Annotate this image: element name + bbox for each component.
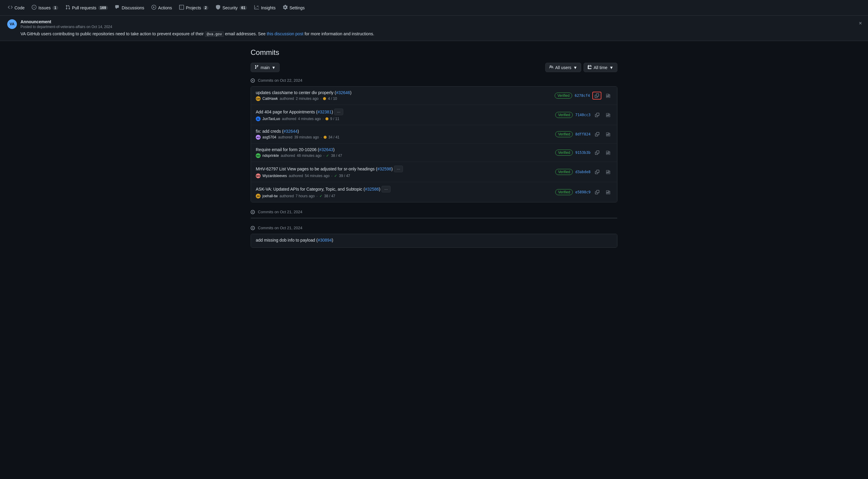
announcement-code: @va.gov [205,31,224,37]
nav-label-discussions: Discussions [122,5,145,10]
commit-author-verb: authored [281,153,295,158]
copy-hash-button[interactable] [592,92,601,99]
nav-item-settings[interactable]: Settings [280,3,308,12]
commit-hash[interactable]: d3abde8 [575,170,591,174]
commit-checks-ratio: 38 / 47 [324,194,335,198]
top-nav: Code Issues 1 Pull requests 169 Discussi… [0,0,868,16]
branch-selector[interactable]: main ▼ [251,63,280,72]
commit-title: Require email for form 20-10206 (#32643) [256,147,552,152]
announcement-content: Announcement Posted to department-of-vet… [21,19,861,37]
commit-author-link[interactable]: joehall-tw [262,194,278,198]
nav-item-security[interactable]: Security 61 [213,3,250,12]
ci-check-green: ✓ [319,194,322,198]
settings-icon [283,5,288,10]
nav-item-code[interactable]: Code [5,3,27,12]
copy-hash-button[interactable] [593,149,601,156]
commit-time: 39 minutes ago [294,135,319,139]
verified-badge: Verified [555,189,573,195]
browse-files-button[interactable] [604,188,612,196]
commit-pr-link[interactable]: #32381 [318,110,332,114]
nav-item-insights[interactable]: Insights [251,3,278,12]
commit-pr-link[interactable]: #32643 [319,147,333,152]
commit-hash[interactable]: 8dff824 [575,132,591,136]
verified-badge: Verified [555,169,573,175]
security-icon [216,5,220,10]
author-avatar: AS [256,135,260,140]
commit-right: Verified d3abde8 [555,168,612,176]
commit-hash[interactable]: 9153b3b [575,151,591,155]
all-time-filter[interactable]: All time ▼ [584,63,617,72]
commit-info: MHV-62797 List View pages to be adjusted… [256,166,552,178]
branch-icon [254,65,259,70]
pull-requests-icon [65,5,70,10]
announcement-text-before: VA GitHub users contributing to public r… [21,31,205,36]
commit-author-link[interactable]: ndsprinkle [262,153,279,158]
commit-author-link[interactable]: CaitHawk [262,96,278,101]
commit-time: 4 minutes ago [298,117,320,121]
commit-pr-link[interactable]: #32598 [377,167,392,171]
nav-label-code: Code [14,5,25,10]
commits-dot-icon [251,79,255,83]
commits-date-header-oct21: Commits on Oct 21, 2024 [251,226,617,230]
commits-dot-icon-oct21 [251,226,255,230]
copy-hash-button[interactable] [593,130,601,138]
nav-item-discussions[interactable]: Discussions [112,3,148,12]
nav-label-pull-requests: Pull requests [72,5,96,10]
commit-expand-button[interactable]: ··· [334,109,343,115]
commit-author-verb: authored [278,135,292,139]
browse-files-button[interactable] [604,149,612,156]
commit-hash[interactable]: 7140cc3 [575,113,591,117]
commit-author-link[interactable]: JunTaoLuo [262,117,280,121]
nav-label-projects: Projects [186,5,201,10]
author-avatar: NS [256,153,260,158]
commit-hash[interactable]: 6278cf4 [575,93,590,98]
commit-checks-ratio: 9 / 11 [330,117,339,121]
nav-item-pull-requests[interactable]: Pull requests 169 [62,3,111,12]
issues-badge: 1 [53,6,58,10]
browse-files-button[interactable] [604,130,612,138]
commit-time: 54 minutes ago [305,174,330,178]
insights-icon [254,5,259,10]
commits-dot-icon [251,210,255,214]
commit-pr-link[interactable]: #32644 [283,129,298,133]
commit-item: ASK-VA: Updated APIs for Category, Topic… [251,182,617,202]
commit-pr-link[interactable]: #32586 [365,187,379,191]
author-avatar: JH [256,193,260,199]
browse-files-button[interactable] [604,111,612,119]
commit-meta: AS asg5704 authored 39 minutes ago · 34 … [256,135,552,140]
projects-badge: 2 [203,6,209,10]
nav-item-issues[interactable]: Issues 1 [29,3,61,12]
commit-expand-button[interactable]: ··· [394,166,403,172]
announcement-link[interactable]: this discussion post [267,31,303,36]
author-avatar: WS [256,174,260,178]
commit-pr-link-partial[interactable]: #30894 [318,238,332,242]
nav-item-projects[interactable]: Projects 2 [176,3,211,12]
copy-hash-button[interactable] [593,168,601,176]
author-avatar: CH [256,96,260,101]
copy-hash-button[interactable] [593,111,601,119]
commit-checks-ratio: 39 / 47 [339,174,350,178]
branch-chevron-icon: ▼ [272,65,276,70]
commit-title: ASK-VA: Updated APIs for Category, Topic… [256,186,552,192]
commit-pr-link[interactable]: #32646 [336,90,350,95]
security-badge: 61 [240,6,247,10]
announcement-close-button[interactable]: × [858,19,863,27]
commit-title: MHV-62797 List View pages to be adjusted… [256,166,552,172]
copy-hash-button[interactable] [593,188,601,196]
commit-author-link[interactable]: Wyzardsleeves [262,174,287,178]
commit-right: Verified 9153b3b [555,149,612,156]
all-users-filter[interactable]: All users ▼ [545,63,582,72]
browse-files-button[interactable] [604,92,612,99]
nav-label-actions: Actions [158,5,172,10]
nav-item-actions[interactable]: Actions [148,3,175,12]
browse-files-button[interactable] [604,168,612,176]
commit-right: Verified e5898c9 [555,188,612,196]
all-users-chevron-icon: ▼ [573,65,577,70]
commit-info: ASK-VA: Updated APIs for Category, Topic… [256,186,552,199]
commit-expand-button[interactable]: ··· [381,186,391,192]
commit-hash[interactable]: e5898c9 [575,190,591,194]
commit-dot-separator: · [320,96,321,101]
commit-author-link[interactable]: asg5704 [262,135,276,139]
announcement-meta: Posted to department-of-veterans-affairs… [21,25,861,29]
commit-item: Require email for form 20-10206 (#32643)… [251,144,617,162]
